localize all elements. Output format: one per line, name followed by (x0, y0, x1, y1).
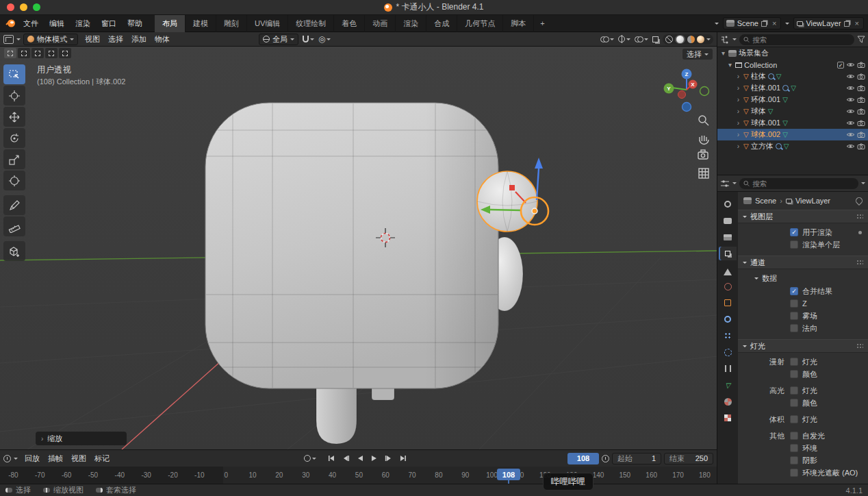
workspace-tab[interactable]: 着色 (334, 15, 365, 32)
hide-eye-icon[interactable] (846, 97, 855, 103)
nav-axis-x-neg-ball[interactable] (678, 91, 686, 99)
checkbox[interactable]: ✓ (790, 287, 798, 295)
playhead-badge[interactable]: 108 (497, 469, 520, 480)
workspace-tab[interactable]: 雕刻 (216, 15, 247, 32)
properties-tab[interactable] (719, 280, 737, 293)
checkbox[interactable]: ✓ (790, 370, 798, 378)
disable-render-icon[interactable] (857, 108, 865, 114)
properties-tab[interactable] (719, 395, 737, 408)
outliner-object-row[interactable]: › ▽ 柱体 ▽ (717, 71, 868, 82)
checkbox[interactable]: ✓ (790, 228, 798, 236)
scene-browse-icon[interactable] (715, 23, 719, 27)
head-object[interactable] (205, 103, 498, 388)
modifier-icon[interactable] (776, 143, 782, 149)
properties-tab[interactable] (719, 296, 737, 310)
tool-select-box[interactable] (3, 64, 25, 84)
current-frame-field[interactable]: 108 (567, 453, 599, 464)
hide-eye-icon[interactable] (846, 108, 855, 114)
viewlayer-browse-icon[interactable] (785, 23, 789, 27)
checkbox[interactable]: ✓ (790, 358, 798, 366)
nav-axis-z-neg-ball[interactable] (682, 103, 691, 112)
proportional-editing-toggle[interactable]: ◎ (318, 36, 331, 42)
outliner-object-row[interactable]: › ▽ 球体 ▽ (717, 106, 868, 117)
select-mode-extend-button[interactable] (18, 48, 30, 58)
mesh-data-icon[interactable]: ▽ (791, 85, 796, 92)
breadcrumb-scene[interactable]: Scene (755, 197, 776, 205)
expand-arrow-icon[interactable]: › (735, 142, 741, 150)
viewport-menu-item[interactable]: 物体 (151, 33, 174, 46)
properties-tab[interactable] (719, 312, 737, 326)
gizmo-y-arrow[interactable] (490, 210, 522, 210)
workspace-tab[interactable]: 几何节点 (457, 15, 503, 32)
prev-keyframe-button[interactable] (339, 453, 351, 464)
solid-shading-active[interactable] (675, 35, 685, 44)
filter-funnel-icon[interactable] (857, 36, 865, 43)
auto-keying-toggle[interactable] (303, 455, 316, 462)
tool-cursor[interactable] (3, 86, 25, 106)
editor-type-caret-icon[interactable] (14, 458, 18, 462)
checkbox[interactable]: ✓ (790, 432, 798, 440)
unlink-scene-icon[interactable]: × (771, 19, 778, 27)
panel-grip-icon[interactable] (856, 214, 863, 219)
hide-eye-icon[interactable] (846, 62, 855, 68)
nav-axis-y-neg-ball[interactable] (700, 87, 709, 96)
overlays-dropdown[interactable] (635, 36, 648, 42)
select-mode-new-button[interactable] (4, 48, 16, 58)
editor-type-caret-icon[interactable] (16, 38, 21, 42)
editor-type-icon[interactable] (3, 35, 14, 44)
panel-grip-icon[interactable] (856, 260, 863, 265)
snapping-toggle[interactable] (303, 36, 314, 42)
properties-tab[interactable] (719, 263, 737, 277)
checkbox[interactable]: ✓ (790, 399, 798, 407)
properties-search-input[interactable] (752, 179, 854, 188)
outliner-object-row[interactable]: › ▽ 立方体 ▽ (717, 140, 868, 152)
outliner-object-row[interactable]: › ▽ 环体.001 ▽ (717, 94, 868, 106)
use-preview-range-icon[interactable] (602, 455, 609, 462)
viewport-select-overlay-dropdown[interactable]: 选择 (682, 49, 713, 60)
properties-tab[interactable]: ▽ (719, 378, 737, 392)
tool-move[interactable] (3, 107, 25, 127)
outliner-object-row[interactable]: › ▽ 球体.002 ▽ (717, 129, 868, 140)
new-viewlayer-icon[interactable] (844, 21, 850, 27)
properties-tab[interactable] (719, 197, 737, 211)
jump-to-start-button[interactable] (324, 453, 337, 464)
properties-tab[interactable] (719, 230, 737, 244)
modifier-icon[interactable] (782, 85, 789, 91)
disable-render-icon[interactable] (857, 97, 865, 103)
disable-render-icon[interactable] (857, 73, 865, 79)
timeline-menu-item[interactable]: 插帧 (44, 452, 67, 465)
outliner-search[interactable] (739, 34, 854, 45)
properties-editor-icon[interactable] (720, 179, 730, 188)
timeline-ruler[interactable]: -80-70-60-50-40-30-20-100102030405060708… (0, 467, 717, 484)
timeline-editor-icon[interactable] (3, 455, 11, 462)
tool-scale[interactable] (3, 149, 25, 169)
mesh-data-icon[interactable]: ▽ (768, 108, 774, 115)
collapse-arrow-icon[interactable]: ▾ (720, 49, 726, 57)
operator-panel-resize[interactable]: › 缩放 (36, 432, 127, 445)
checkbox[interactable]: ✓ (790, 312, 798, 320)
hide-eye-icon[interactable] (846, 120, 855, 126)
viewport-menu-item[interactable]: 视图 (81, 33, 104, 46)
expand-arrow-icon[interactable]: › (735, 84, 741, 92)
workspace-tab[interactable]: 建模 (186, 15, 216, 32)
pin-icon[interactable] (854, 196, 864, 206)
properties-search[interactable] (739, 178, 858, 189)
tool-rotate[interactable] (3, 128, 25, 148)
scene-selector[interactable]: Scene × (723, 17, 782, 29)
workspace-tab[interactable]: 渲染 (396, 15, 426, 32)
menu-item[interactable]: 渲染 (70, 16, 96, 31)
play-reverse-button[interactable] (353, 453, 366, 464)
panel-header-light[interactable]: 灯光 (738, 339, 868, 353)
checkbox[interactable]: ✓ (790, 324, 798, 332)
expand-arrow-icon[interactable]: › (735, 131, 741, 138)
checkbox[interactable]: ✓ (790, 240, 798, 249)
checkbox[interactable]: ✓ (790, 456, 798, 464)
viewport-3d[interactable]: Z Y X 选择 用户透视 (108) Collection | 球体.002 (0, 47, 717, 449)
add-workspace-button[interactable]: + (534, 19, 550, 27)
properties-tab[interactable] (719, 411, 737, 425)
properties-options-caret-icon[interactable] (861, 182, 865, 186)
editor-type-caret-icon[interactable] (732, 38, 737, 42)
properties-tab[interactable] (719, 247, 737, 260)
breadcrumb-viewlayer[interactable]: ViewLayer (795, 197, 830, 205)
tool-transform[interactable] (3, 171, 25, 190)
